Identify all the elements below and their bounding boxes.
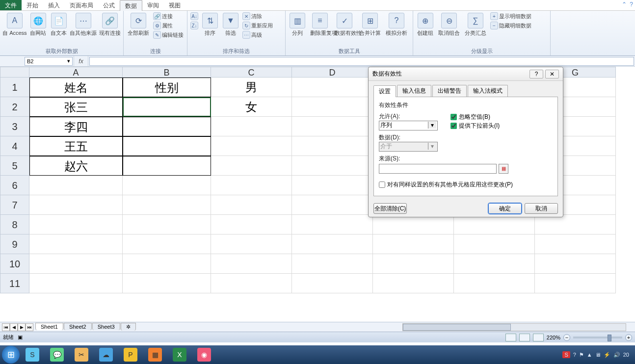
cell-b3[interactable] — [123, 117, 211, 136]
cell-c11[interactable] — [211, 274, 292, 293]
tray-flag-icon[interactable]: ⚑ — [579, 352, 584, 358]
cell-c9[interactable] — [211, 234, 292, 254]
cell-f8[interactable] — [454, 215, 535, 234]
zoom-level[interactable]: 220% — [547, 335, 560, 340]
name-box[interactable]: B2▾ — [25, 57, 73, 66]
cell-a5[interactable]: 赵六 — [29, 156, 123, 176]
text-to-columns-button[interactable]: ▥分列 — [288, 12, 307, 38]
dlg-tab-error[interactable]: 出错警告 — [432, 85, 467, 97]
row-header-9[interactable]: 9 — [0, 234, 29, 254]
cell-b2[interactable] — [123, 97, 211, 117]
row-header-4[interactable]: 4 — [0, 136, 29, 156]
cell-c8[interactable] — [211, 215, 292, 234]
sheet-tab-1[interactable]: Sheet1 — [35, 323, 63, 330]
start-button[interactable]: ⊞ — [2, 346, 20, 364]
cell-a6[interactable] — [29, 176, 123, 195]
connections-button[interactable]: 🔗连接 — [152, 12, 185, 21]
from-web-button[interactable]: 🌐自网站 — [28, 12, 48, 38]
cell-f10[interactable] — [454, 254, 535, 274]
select-all-corner[interactable] — [0, 67, 29, 78]
whatif-button[interactable]: ?模拟分析 — [384, 12, 409, 38]
taskbar-app-4[interactable]: ☁ — [94, 347, 118, 363]
row-header-6[interactable]: 6 — [0, 176, 29, 195]
cell-d2[interactable] — [292, 97, 373, 117]
group-button[interactable]: ⊕创建组 — [415, 12, 435, 38]
cell-b6[interactable] — [123, 176, 211, 195]
col-header-a[interactable]: A — [29, 67, 123, 78]
tray-up-icon[interactable]: ▲ — [587, 352, 592, 358]
taskbar-app-6[interactable]: ▦ — [143, 347, 167, 363]
taskbar-app-5[interactable]: P — [119, 347, 142, 363]
tab-data[interactable]: 数据 — [120, 0, 142, 11]
dlg-tab-settings[interactable]: 设置 — [373, 85, 396, 97]
tab-formula[interactable]: 公式 — [98, 0, 120, 10]
cell-d4[interactable] — [292, 136, 373, 156]
tab-file[interactable]: 文件 — [0, 0, 22, 10]
provide-dropdown-checkbox[interactable]: 提供下拉箭头(I) — [450, 122, 500, 130]
tab-layout[interactable]: 页面布局 — [65, 0, 98, 10]
from-access-button[interactable]: A自 Access — [2, 12, 27, 38]
cell-f9[interactable] — [454, 234, 535, 254]
edit-links-button[interactable]: ✎编辑链接 — [152, 30, 185, 39]
cell-d6[interactable] — [292, 176, 373, 195]
col-header-b[interactable]: B — [123, 67, 211, 78]
cell-g10[interactable] — [535, 254, 616, 274]
dialog-close-button[interactable]: ✕ — [545, 70, 559, 78]
minimize-ribbon-icon[interactable]: ⌃ — [622, 1, 627, 8]
cell-e11[interactable] — [373, 274, 454, 293]
cell-b4[interactable] — [123, 136, 211, 156]
cell-a3[interactable]: 李四 — [29, 117, 123, 136]
row-header-2[interactable]: 2 — [0, 97, 29, 117]
row-header-5[interactable]: 5 — [0, 156, 29, 176]
ungroup-button[interactable]: ⊖取消组合 — [436, 12, 462, 38]
cell-b9[interactable] — [123, 234, 211, 254]
properties-button[interactable]: ⚙属性 — [152, 21, 185, 30]
cancel-button[interactable]: 取消 — [525, 203, 558, 214]
tab-home[interactable]: 开始 — [22, 0, 43, 10]
cell-d9[interactable] — [292, 234, 373, 254]
sort-button[interactable]: ⇅排序 — [200, 12, 220, 38]
col-header-c[interactable]: C — [211, 67, 292, 78]
filter-button[interactable]: ▼筛选 — [221, 12, 240, 38]
formula-input[interactable] — [89, 57, 634, 66]
sheet-nav-next[interactable]: ▶ — [18, 323, 26, 331]
consolidate-button[interactable]: ⊞合并计算 — [357, 12, 383, 38]
cell-c6[interactable] — [211, 176, 292, 195]
advanced-button[interactable]: ⋯高级 — [241, 30, 274, 39]
data-validation-button[interactable]: ✓数据有效性 — [333, 12, 356, 38]
cell-f11[interactable] — [454, 274, 535, 293]
sheet-tab-3[interactable]: Sheet3 — [92, 323, 120, 330]
tray-help-icon[interactable]: ? — [573, 352, 576, 358]
cell-d10[interactable] — [292, 254, 373, 274]
sheet-nav-prev[interactable]: ◀ — [10, 323, 18, 331]
cell-e10[interactable] — [373, 254, 454, 274]
tray-ime-icon[interactable]: S — [562, 351, 570, 358]
zoom-out-button[interactable]: − — [563, 334, 570, 341]
cell-c4[interactable] — [211, 136, 292, 156]
cell-a10[interactable] — [29, 254, 123, 274]
row-header-11[interactable]: 11 — [0, 274, 29, 293]
system-tray[interactable]: S ? ⚑ ▲ 🖥 ⚡ 🔊 20 — [562, 351, 633, 358]
cell-g11[interactable] — [535, 274, 616, 293]
cell-d3[interactable] — [292, 117, 373, 136]
cell-e8[interactable] — [373, 215, 454, 234]
row-header-10[interactable]: 10 — [0, 254, 29, 274]
sort-za-button[interactable]: Z↓ — [189, 21, 199, 30]
zoom-in-button[interactable]: + — [625, 334, 632, 341]
taskbar-app-1[interactable]: S — [21, 347, 44, 363]
cell-b5[interactable] — [123, 156, 211, 176]
cell-d11[interactable] — [292, 274, 373, 293]
cell-c3[interactable] — [211, 117, 292, 136]
taskbar-app-7[interactable]: ◉ — [192, 347, 216, 363]
allow-select[interactable]: 序列 — [379, 121, 438, 130]
dlg-tab-input[interactable]: 输入信息 — [397, 85, 431, 97]
show-detail-button[interactable]: +显示明细数据 — [489, 12, 532, 21]
dlg-tab-ime[interactable]: 输入法模式 — [468, 85, 508, 97]
row-header-1[interactable]: 1 — [0, 78, 29, 97]
tray-time[interactable]: 20 — [623, 352, 629, 358]
cell-a7[interactable] — [29, 195, 123, 215]
cell-c7[interactable] — [211, 195, 292, 215]
cell-b7[interactable] — [123, 195, 211, 215]
cell-a8[interactable] — [29, 215, 123, 234]
cell-g9[interactable] — [535, 234, 616, 254]
